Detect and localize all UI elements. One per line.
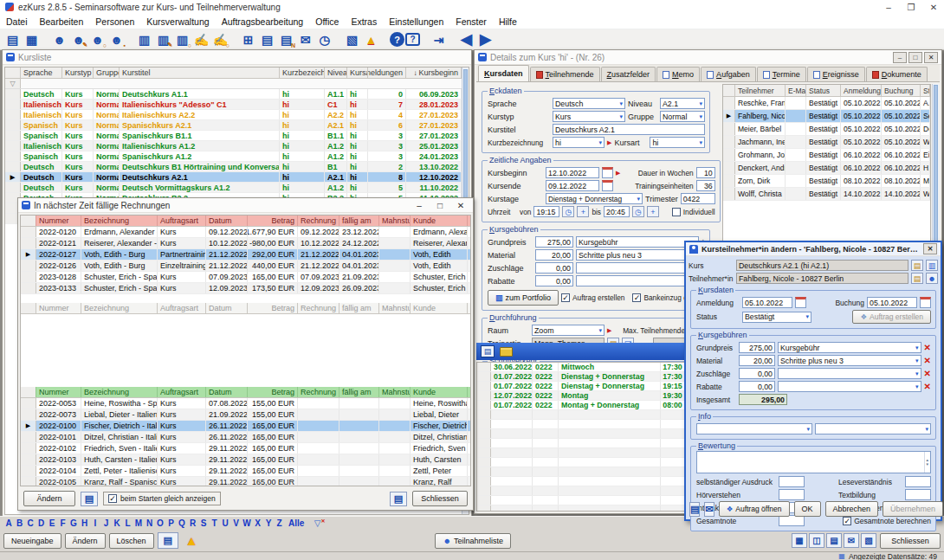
- menu-item[interactable]: Auftragsbearbeitung: [216, 15, 310, 29]
- filter-entfernen-icon[interactable]: ▽: [314, 518, 321, 528]
- calendar-icon[interactable]: [602, 167, 613, 178]
- column-header[interactable]: fällig am: [339, 387, 379, 397]
- filter-row[interactable]: ▽: [5, 79, 469, 89]
- lese-input[interactable]: [905, 476, 931, 487]
- column-header[interactable]: Gruppe: [94, 68, 120, 78]
- teilnehmer-row[interactable]: Wolff, Christa Bestätigt 14.10.2022 14.1…: [723, 188, 930, 201]
- betrag-input[interactable]: 0,00: [739, 368, 775, 379]
- rechnung-neu-icon[interactable]: ▤N: [277, 30, 295, 48]
- rechnung-row[interactable]: 2023-0128 Schuster, Erich - Spanis Kurs …: [21, 272, 470, 283]
- portfolio-icon[interactable]: ▤: [481, 345, 495, 357]
- gebuehr-select[interactable]: ▾: [778, 368, 921, 379]
- tab[interactable]: Zusatzfelder: [601, 67, 656, 81]
- menu-item[interactable]: Einstellungen: [383, 15, 449, 29]
- mail-senden-icon-button[interactable]: ✉: [704, 502, 714, 517]
- close-button[interactable]: ✕: [924, 52, 938, 63]
- teilnehmer-row[interactable]: Denckert, Andr Bestätigt 06.10.2022 06.1…: [723, 162, 930, 175]
- uhrzeit-bis-input[interactable]: 20:45: [604, 206, 630, 217]
- maximize-button[interactable]: □: [435, 201, 445, 210]
- column-header[interactable]: Auftragsart: [158, 387, 206, 397]
- anmeldung-input[interactable]: 05.10.2022: [742, 297, 792, 308]
- letter-filter[interactable]: S: [199, 518, 208, 528]
- kurs-row[interactable]: Spanisch Kurs Normal Spanischkurs B1.1 h…: [5, 131, 469, 141]
- dauer-input[interactable]: 10: [696, 167, 715, 178]
- zurueck-icon[interactable]: ◀: [457, 30, 475, 48]
- letter-filter[interactable]: T: [210, 518, 219, 528]
- schliessen-button[interactable]: Schliessen: [880, 533, 941, 549]
- letter-filter[interactable]: X: [254, 518, 262, 528]
- gebuehr-text-input[interactable]: [576, 275, 699, 286]
- portfolio-icon-button[interactable]: ▤: [689, 502, 700, 517]
- rechnung-row[interactable]: 2022-0101 Ditzel, Christian - Italienis …: [21, 432, 470, 443]
- column-header[interactable]: Buchung: [882, 85, 921, 96]
- letter-filter[interactable]: W: [242, 518, 251, 528]
- letter-filter[interactable]: A: [4, 518, 13, 528]
- maximize-button[interactable]: □: [908, 52, 922, 63]
- uebernehmen-button[interactable]: Übernehmen: [883, 501, 943, 517]
- rechnung-row[interactable]: 2022-0127 Voth, Edith - Burg Partnertrai…: [21, 249, 470, 261]
- trimester-input[interactable]: 0422: [681, 193, 715, 204]
- teilnehmer-row[interactable]: Zorn, Dirk Bestätigt 08.10.2022 08.10.20…: [723, 175, 930, 188]
- betrag-input[interactable]: 0,00: [535, 275, 573, 286]
- teilnehmer-row[interactable]: Fahlberg, Nicole Bestätigt 05.10.2022 05…: [723, 110, 930, 123]
- minimize-button[interactable]: –: [414, 201, 424, 210]
- betrag-input[interactable]: 0,00: [739, 381, 775, 392]
- calendar-icon[interactable]: [920, 297, 931, 308]
- column-header[interactable]: Anmeldung: [841, 85, 882, 96]
- kursliste-icon[interactable]: ▥: [926, 260, 938, 271]
- rechnungen-titlebar[interactable]: In nächster Zeit fällige Rechnungen – □ …: [18, 198, 473, 213]
- rechnung-row[interactable]: 2023-0133 Schuster, Erich - Spanis Kurs …: [21, 283, 470, 294]
- kurs-suchen-icon[interactable]: ▥○: [173, 30, 191, 48]
- gebuehr-text-input[interactable]: [576, 262, 699, 274]
- kurstage-select[interactable]: Dienstag + Donnerstag▾: [546, 193, 643, 204]
- dialog-titlebar[interactable]: Kursteilnehmer*in ändern - 'Fahlberg, Ni…: [686, 242, 941, 256]
- letter-filter[interactable]: R: [189, 518, 197, 528]
- kursdetails-titlebar[interactable]: Details zum Kurs 'hi' - (Nr. 26) – □ ✕: [475, 50, 941, 65]
- column-header[interactable]: E-Mail: [786, 85, 806, 96]
- ausdruck-input[interactable]: [779, 476, 805, 487]
- gebuehr-text-input[interactable]: Kursgebühr: [576, 236, 699, 248]
- uhrzeit-von-input[interactable]: 19:15: [533, 206, 559, 217]
- schliessen-button[interactable]: Schliessen: [412, 491, 468, 506]
- kurs-row[interactable]: Spanisch Kurs Normal Spanischkurs A1.2 h…: [5, 151, 469, 162]
- close-button[interactable]: ✕: [456, 201, 466, 210]
- kursart-select[interactable]: hi▾: [650, 137, 705, 148]
- niveau-select[interactable]: A2.1▾: [660, 98, 705, 109]
- letter-filter[interactable]: N: [145, 518, 154, 528]
- statistik-icon[interactable]: ▧: [343, 30, 361, 48]
- column-header[interactable]: Kunde: [411, 387, 468, 397]
- plus-button[interactable]: +: [647, 206, 659, 217]
- letter-filter[interactable]: J: [102, 518, 111, 528]
- letter-filter[interactable]: E: [48, 518, 56, 528]
- letter-filter[interactable]: Y: [264, 518, 273, 528]
- column-header[interactable]: Kurstitel: [120, 68, 280, 78]
- textbildung-input[interactable]: [905, 489, 931, 500]
- gebuehr-select[interactable]: ▾: [778, 381, 921, 392]
- vor-icon[interactable]: ▶: [476, 30, 495, 48]
- column-header[interactable]: Kurstyp: [62, 68, 94, 78]
- kursbeginn-input[interactable]: 12.10.2022: [546, 167, 599, 178]
- menu-item[interactable]: Kursverwaltung: [140, 15, 215, 29]
- kurs-row[interactable]: Deutsch Kurs Normal Deutsch Vormittagsku…: [5, 183, 469, 193]
- column-header[interactable]: Nummer: [36, 387, 81, 397]
- bankeinzug-checkbox[interactable]: [632, 293, 641, 302]
- person-icon[interactable]: ☻: [926, 273, 938, 284]
- column-header[interactable]: fällig am: [339, 216, 379, 226]
- kurs-row[interactable]: Deutsch Kurs Normal Deutschkurs A1.1 hi …: [5, 89, 469, 100]
- gebuehr-select[interactable]: Kursgebühr▾: [778, 342, 921, 353]
- rechnung-row[interactable]: 2022-0102 Friedrich, Sven - Italienis Ku…: [21, 443, 470, 454]
- beim-starten-checkbox[interactable]: [108, 494, 117, 503]
- gruppe-select[interactable]: Normal▾: [660, 111, 705, 122]
- kurs-row[interactable]: Spanisch Kurs Normal Spanischkurs A2.1 h…: [5, 120, 469, 131]
- rechnung-row[interactable]: 2022-0120 Erdmann, Alexander - Gi. Kurs …: [21, 227, 470, 238]
- diagramm-icon[interactable]: ▧: [861, 533, 876, 548]
- info-select-2[interactable]: ▾: [815, 423, 931, 434]
- geteilte-ansicht-icon[interactable]: ◫: [809, 533, 824, 548]
- loeschen-button[interactable]: Löschen: [109, 533, 154, 549]
- teilnahmeliste-button[interactable]: ☻Teilnahmeliste: [435, 533, 511, 549]
- alle-filter[interactable]: Alle: [286, 518, 307, 528]
- gebuehr-select[interactable]: Schritte plus neu 3▾: [778, 355, 921, 366]
- letter-filter[interactable]: H: [81, 518, 89, 528]
- aendern-button[interactable]: Ändern: [23, 491, 75, 506]
- entfernen-icon[interactable]: ✕: [924, 343, 931, 352]
